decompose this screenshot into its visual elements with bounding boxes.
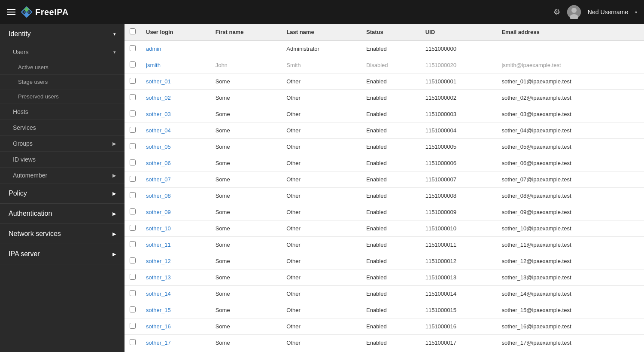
row-checkbox-cell[interactable] (125, 237, 141, 253)
user-menu-caret-icon[interactable]: ▾ (635, 10, 637, 15)
row-checkbox-cell[interactable] (125, 90, 141, 106)
row-checkbox[interactable] (130, 94, 136, 100)
row-checkbox[interactable] (130, 176, 136, 182)
row-checkbox[interactable] (130, 143, 136, 149)
row-first: Some (210, 302, 282, 318)
user-login-link[interactable]: sother_13 (146, 274, 171, 281)
row-checkbox-cell[interactable] (125, 269, 141, 286)
user-login-link[interactable]: sother_16 (146, 323, 171, 330)
select-all-header[interactable] (125, 24, 141, 40)
row-login[interactable]: sother_10 (141, 220, 210, 237)
row-checkbox-cell[interactable] (125, 171, 141, 188)
sidebar-item-groups[interactable]: Groups ▶ (0, 136, 125, 152)
row-checkbox-cell[interactable] (125, 73, 141, 90)
row-login[interactable]: sother_13 (141, 269, 210, 286)
row-checkbox-cell[interactable] (125, 253, 141, 269)
row-last: Other (281, 139, 361, 155)
sidebar-item-active-users[interactable]: Active users (0, 60, 125, 75)
row-checkbox-cell[interactable] (125, 335, 141, 351)
sidebar-item-ipa-server[interactable]: IPA server ▶ (0, 244, 125, 264)
row-checkbox-cell[interactable] (125, 57, 141, 73)
row-checkbox-cell[interactable] (125, 318, 141, 335)
user-login-link[interactable]: sother_04 (146, 127, 171, 134)
row-checkbox-cell[interactable] (125, 286, 141, 302)
hamburger-menu-button[interactable] (7, 9, 15, 15)
user-login-link[interactable]: sother_07 (146, 176, 171, 183)
row-login[interactable]: sother_02 (141, 90, 210, 106)
sidebar-item-users[interactable]: Users ▾ (0, 44, 125, 60)
row-login[interactable]: sother_14 (141, 286, 210, 302)
user-login-link[interactable]: sother_03 (146, 111, 171, 117)
sidebar-item-id-views[interactable]: ID views (0, 152, 125, 168)
row-login[interactable]: sother_15 (141, 302, 210, 318)
row-checkbox-cell[interactable] (125, 40, 141, 57)
user-login-link[interactable]: sother_01 (146, 78, 171, 85)
sidebar-item-preserved-users[interactable]: Preserved users (0, 89, 125, 104)
sidebar-item-stage-users[interactable]: Stage users (0, 75, 125, 89)
user-login-link[interactable]: sother_09 (146, 209, 171, 215)
row-login[interactable]: sother_16 (141, 318, 210, 335)
user-login-link[interactable]: sother_10 (146, 225, 171, 232)
user-login-link[interactable]: sother_05 (146, 144, 171, 150)
row-checkbox-cell[interactable] (125, 155, 141, 171)
row-login[interactable]: jsmith (141, 57, 210, 73)
row-checkbox[interactable] (130, 339, 136, 345)
row-checkbox-cell[interactable] (125, 220, 141, 237)
row-checkbox[interactable] (130, 225, 136, 231)
row-login[interactable]: sother_07 (141, 171, 210, 188)
row-login[interactable]: sother_01 (141, 73, 210, 90)
row-checkbox-cell[interactable] (125, 204, 141, 220)
row-checkbox[interactable] (130, 241, 136, 247)
select-all-checkbox[interactable] (130, 28, 136, 34)
user-login-link[interactable]: sother_15 (146, 307, 171, 313)
row-login[interactable]: sother_17 (141, 335, 210, 351)
row-checkbox[interactable] (130, 257, 136, 263)
row-checkbox[interactable] (130, 306, 136, 312)
row-checkbox[interactable] (130, 61, 136, 67)
sidebar-item-policy[interactable]: Policy ▶ (0, 184, 125, 204)
row-checkbox[interactable] (130, 274, 136, 280)
user-login-link[interactable]: jsmith (146, 62, 161, 68)
row-login[interactable]: admin (141, 40, 210, 57)
row-checkbox-cell[interactable] (125, 139, 141, 155)
user-login-link[interactable]: sother_11 (146, 242, 171, 248)
row-checkbox[interactable] (130, 45, 136, 51)
row-login[interactable]: sother_05 (141, 139, 210, 155)
row-checkbox[interactable] (130, 208, 136, 214)
row-checkbox-cell[interactable] (125, 188, 141, 204)
user-login-link[interactable]: admin (146, 46, 161, 52)
row-checkbox-cell[interactable] (125, 122, 141, 139)
row-checkbox[interactable] (130, 323, 136, 329)
sidebar-item-authentication[interactable]: Authentication ▶ (0, 204, 125, 224)
svg-point-5 (571, 8, 577, 13)
row-login[interactable]: sother_11 (141, 237, 210, 253)
row-email: sother_10@ipaexample.test (496, 220, 644, 237)
row-checkbox[interactable] (130, 127, 136, 133)
user-login-link[interactable]: sother_08 (146, 193, 171, 199)
row-checkbox[interactable] (130, 192, 136, 198)
row-login[interactable]: sother_03 (141, 106, 210, 122)
row-checkbox[interactable] (130, 159, 136, 165)
sidebar-item-hosts[interactable]: Hosts (0, 104, 125, 120)
row-checkbox[interactable] (130, 290, 136, 296)
settings-icon[interactable]: ⚙ (553, 7, 560, 17)
row-login[interactable]: sother_08 (141, 188, 210, 204)
user-login-link[interactable]: sother_17 (146, 340, 171, 346)
sidebar-item-identity[interactable]: Identity ▾ (0, 24, 125, 44)
user-login-link[interactable]: sother_14 (146, 291, 171, 297)
user-login-link[interactable]: sother_06 (146, 160, 171, 166)
row-checkbox-cell[interactable] (125, 302, 141, 318)
sidebar-item-automember[interactable]: Automember ▶ (0, 168, 125, 184)
user-login-link[interactable]: sother_02 (146, 95, 171, 101)
row-login[interactable]: sother_04 (141, 122, 210, 139)
row-checkbox-cell[interactable] (125, 106, 141, 122)
sidebar-item-network-services[interactable]: Network services ▶ (0, 224, 125, 244)
row-checkbox[interactable] (130, 78, 136, 84)
row-login[interactable]: sother_06 (141, 155, 210, 171)
sidebar-item-services[interactable]: Services (0, 120, 125, 136)
user-login-link[interactable]: sother_12 (146, 258, 171, 264)
row-checkbox[interactable] (130, 110, 136, 116)
row-login[interactable]: sother_12 (141, 253, 210, 269)
row-last: Other (281, 318, 361, 335)
row-login[interactable]: sother_09 (141, 204, 210, 220)
